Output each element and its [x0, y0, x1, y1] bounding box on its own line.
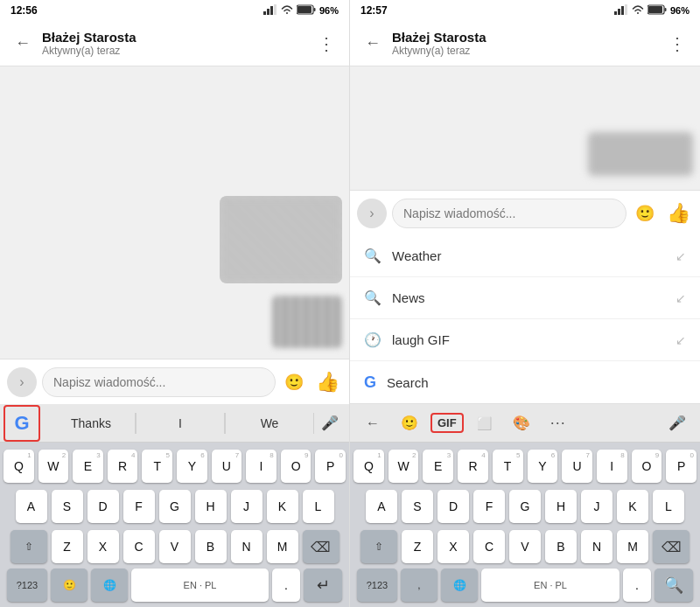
- key-b[interactable]: B: [195, 530, 227, 563]
- google-icon: G: [364, 373, 376, 392]
- toolbar-back-button[interactable]: ←: [357, 408, 388, 439]
- key-delete[interactable]: ⌫: [303, 530, 340, 563]
- suggestion-google-search[interactable]: G Search: [350, 361, 700, 403]
- key-x[interactable]: X: [88, 530, 119, 563]
- key-t[interactable]: 5T: [142, 450, 172, 483]
- left-emoji-button[interactable]: 🙂: [281, 369, 307, 395]
- key-g[interactable]: G: [159, 490, 191, 523]
- left-google-g-box[interactable]: G: [4, 405, 40, 442]
- right-key-c[interactable]: C: [473, 530, 505, 563]
- key-f[interactable]: F: [123, 490, 155, 523]
- left-mic-suggestion[interactable]: 🎤: [314, 415, 346, 431]
- key-p[interactable]: 0P: [315, 450, 346, 483]
- right-key-l[interactable]: L: [653, 490, 684, 523]
- key-globe[interactable]: 🌐: [91, 569, 128, 602]
- right-send-circle[interactable]: ›: [357, 199, 387, 228]
- right-key-v[interactable]: V: [509, 530, 541, 563]
- right-key-i[interactable]: 8I: [597, 450, 627, 483]
- left-like-button[interactable]: 👍: [312, 367, 342, 397]
- toolbar-mic-button[interactable]: 🎤: [662, 408, 693, 439]
- right-message-input[interactable]: [392, 199, 626, 228]
- key-u[interactable]: 7U: [212, 450, 242, 483]
- key-z[interactable]: Z: [52, 530, 83, 563]
- key-w[interactable]: 2W: [38, 450, 69, 483]
- right-back-button[interactable]: ←: [357, 28, 388, 59]
- key-space[interactable]: EN · PL: [131, 569, 269, 602]
- right-key-x[interactable]: X: [438, 530, 469, 563]
- right-key-j[interactable]: J: [581, 490, 612, 523]
- left-back-button[interactable]: ←: [7, 28, 38, 59]
- right-key-space[interactable]: EN · PL: [481, 569, 620, 602]
- toolbar-emoji-button[interactable]: 🙂: [394, 408, 425, 439]
- svg-rect-5: [298, 6, 312, 13]
- toolbar-palette-button[interactable]: 🎨: [506, 408, 537, 439]
- suggestion-weather[interactable]: 🔍 Weather ↙: [350, 235, 700, 277]
- key-emoji[interactable]: 🙂: [51, 569, 88, 602]
- right-key-s[interactable]: S: [402, 490, 433, 523]
- toolbar-gif-button[interactable]: GIF: [430, 413, 464, 433]
- key-j[interactable]: J: [231, 490, 262, 523]
- right-key-123[interactable]: ?123: [357, 569, 397, 602]
- key-r[interactable]: 4R: [108, 450, 138, 483]
- right-key-p[interactable]: 0P: [666, 450, 696, 483]
- right-key-h[interactable]: H: [545, 490, 577, 523]
- right-key-delete[interactable]: ⌫: [653, 530, 690, 563]
- right-key-search[interactable]: 🔍: [654, 569, 693, 602]
- right-key-q[interactable]: 1Q: [354, 450, 384, 483]
- right-key-a[interactable]: A: [366, 490, 397, 523]
- toolbar-more-button[interactable]: ···: [542, 408, 574, 439]
- key-shift[interactable]: ⇧: [10, 530, 47, 563]
- key-l[interactable]: L: [303, 490, 334, 523]
- left-send-circle[interactable]: ›: [7, 367, 37, 397]
- right-key-u[interactable]: 7U: [562, 450, 592, 483]
- toolbar-translate-button[interactable]: ⬜: [469, 408, 500, 439]
- right-key-comma[interactable]: ,: [401, 569, 438, 602]
- svg-rect-8: [618, 9, 620, 15]
- key-y[interactable]: 6Y: [177, 450, 207, 483]
- right-key-w[interactable]: 2W: [388, 450, 419, 483]
- key-v[interactable]: V: [159, 530, 191, 563]
- key-enter[interactable]: ↵: [304, 569, 342, 602]
- right-key-t[interactable]: 5T: [493, 450, 523, 483]
- right-key-k[interactable]: K: [617, 490, 648, 523]
- key-o[interactable]: 9O: [281, 450, 312, 483]
- left-more-button[interactable]: ⋮: [311, 28, 342, 59]
- right-key-z[interactable]: Z: [402, 530, 433, 563]
- right-key-e[interactable]: 3E: [423, 450, 453, 483]
- suggestion-news[interactable]: 🔍 News ↙: [350, 277, 700, 319]
- key-e[interactable]: 3E: [73, 450, 103, 483]
- right-key-o[interactable]: 9O: [632, 450, 662, 483]
- right-key-g[interactable]: G: [509, 490, 541, 523]
- right-key-r[interactable]: 4R: [458, 450, 488, 483]
- left-suggestion-thanks[interactable]: Thanks: [47, 413, 136, 434]
- right-key-n[interactable]: N: [581, 530, 612, 563]
- key-c[interactable]: C: [123, 530, 155, 563]
- key-n[interactable]: N: [231, 530, 262, 563]
- right-key-b[interactable]: B: [545, 530, 577, 563]
- key-s[interactable]: S: [52, 490, 83, 523]
- key-q[interactable]: 1Q: [4, 450, 34, 483]
- suggestion-laugh-gif[interactable]: 🕐 laugh GIF ↙: [350, 319, 700, 361]
- right-key-shift[interactable]: ⇧: [360, 530, 397, 563]
- right-more-button[interactable]: ⋮: [662, 28, 693, 59]
- right-key-m[interactable]: M: [617, 530, 648, 563]
- key-k[interactable]: K: [267, 490, 298, 523]
- left-message-input[interactable]: [42, 367, 276, 397]
- key-dot[interactable]: .: [272, 569, 300, 602]
- key-a[interactable]: A: [16, 490, 47, 523]
- right-emoji-button[interactable]: 🙂: [632, 200, 658, 227]
- right-like-button[interactable]: 👍: [663, 199, 693, 228]
- right-key-f[interactable]: F: [473, 490, 505, 523]
- key-d[interactable]: D: [88, 490, 119, 523]
- left-suggestion-i[interactable]: I: [136, 413, 225, 434]
- battery-icon: [297, 4, 316, 17]
- key-i[interactable]: 8I: [246, 450, 276, 483]
- left-suggestion-we[interactable]: We: [226, 413, 314, 434]
- right-key-d[interactable]: D: [438, 490, 469, 523]
- right-key-globe[interactable]: 🌐: [441, 569, 478, 602]
- key-123[interactable]: ?123: [7, 569, 47, 602]
- key-h[interactable]: H: [195, 490, 227, 523]
- key-m[interactable]: M: [267, 530, 298, 563]
- right-key-dot[interactable]: .: [623, 569, 651, 602]
- right-key-y[interactable]: 6Y: [528, 450, 558, 483]
